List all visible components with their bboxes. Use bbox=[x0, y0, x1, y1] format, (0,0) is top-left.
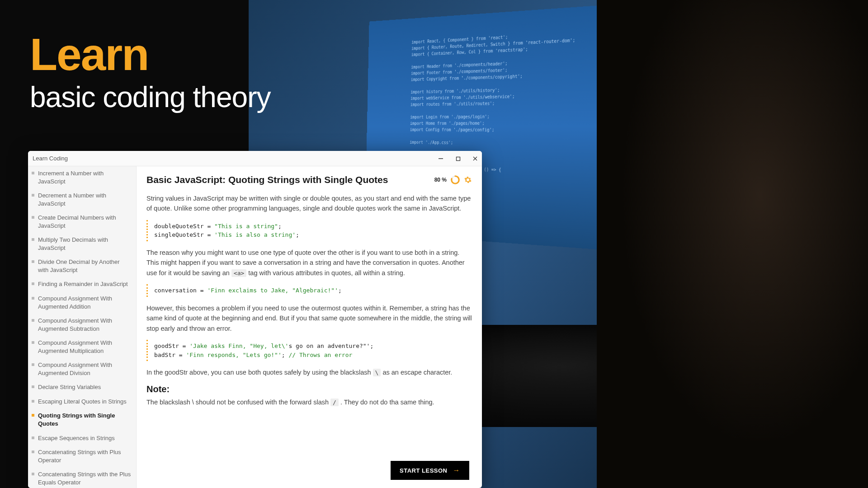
hero-subtitle: basic coding theory bbox=[30, 80, 270, 114]
sidebar-item-0[interactable]: Increment a Number with JavaScript bbox=[28, 166, 136, 188]
sidebar-item-label: Escape Sequences in Strings bbox=[38, 434, 115, 442]
progress-percent: 80 % bbox=[434, 177, 447, 183]
settings-icon[interactable] bbox=[464, 176, 472, 184]
sidebar-item-label: Multiply Two Decimals with JavaScript bbox=[38, 236, 132, 252]
sidebar-item-label: Concatenating Strings with the Plus Equa… bbox=[38, 470, 132, 486]
sidebar-item-label: Compound Assignment With Augmented Divis… bbox=[38, 361, 132, 377]
sidebar-item-5[interactable]: Finding a Remainder in JavaScript bbox=[28, 277, 136, 291]
sidebar-marker bbox=[32, 238, 34, 241]
sidebar-marker bbox=[32, 414, 34, 417]
lesson-para-1: String values in JavaScript may be writt… bbox=[146, 193, 472, 214]
sidebar-marker bbox=[32, 172, 34, 174]
lesson-title: Basic JavaScript: Quoting Strings with S… bbox=[146, 174, 388, 185]
sidebar-item-label: Escaping Literal Quotes in Strings bbox=[38, 398, 127, 406]
sidebar-marker bbox=[32, 473, 34, 475]
close-button[interactable] bbox=[471, 155, 479, 163]
sidebar-marker bbox=[32, 260, 34, 263]
sidebar-item-label: Compound Assignment With Augmented Subtr… bbox=[38, 317, 132, 333]
svg-rect-1 bbox=[456, 157, 460, 160]
lesson-content: Basic JavaScript: Quoting Strings with S… bbox=[137, 166, 482, 488]
sidebar-item-label: Create Decimal Numbers with JavaScript bbox=[38, 214, 132, 230]
sidebar-item-9[interactable]: Compound Assignment With Augmented Divis… bbox=[28, 358, 136, 380]
sidebar-item-label: Increment a Number with JavaScript bbox=[38, 169, 132, 185]
sidebar-item-15[interactable]: Concatenating Strings with the Plus Equa… bbox=[28, 467, 136, 488]
sidebar-item-label: Declare String Variables bbox=[38, 383, 101, 391]
sidebar-item-1[interactable]: Decrement a Number with JavaScript bbox=[28, 188, 136, 211]
sidebar-item-label: Compound Assignment With Augmented Multi… bbox=[38, 339, 132, 355]
code-block-1: doubleQuoteStr = "This is a string"; sin… bbox=[146, 220, 472, 241]
sidebar-marker bbox=[32, 385, 34, 388]
arrow-right-icon: → bbox=[453, 466, 461, 474]
sidebar-item-4[interactable]: Divide One Decimal by Another with JavaS… bbox=[28, 255, 136, 277]
code-block-2: conversation = 'Finn exclaims to Jake, "… bbox=[146, 284, 472, 297]
progress-area: 80 % bbox=[434, 175, 472, 185]
lesson-header: Basic JavaScript: Quoting Strings with S… bbox=[146, 174, 472, 185]
inline-code-fwdslash: / bbox=[330, 399, 339, 406]
inline-code-a-tag: <a> bbox=[231, 269, 246, 277]
sidebar-marker bbox=[32, 216, 34, 219]
sidebar-marker bbox=[32, 436, 34, 439]
app-window: Learn Coding Increment a Number with Jav… bbox=[28, 151, 482, 488]
sidebar-item-label: Concatenating Strings with Plus Operator bbox=[38, 448, 132, 464]
note-heading: Note: bbox=[146, 384, 472, 394]
start-button-label: START LESSON bbox=[400, 467, 447, 474]
code-block-3: goodStr = 'Jake asks Finn, "Hey, let\'s … bbox=[146, 340, 472, 361]
lesson-para-2: The reason why you might want to use one… bbox=[146, 248, 472, 278]
sidebar-item-10[interactable]: Declare String Variables bbox=[28, 380, 136, 394]
sidebar-marker bbox=[32, 194, 34, 197]
sidebar-item-label: Divide One Decimal by Another with JavaS… bbox=[38, 258, 132, 274]
maximize-button[interactable] bbox=[454, 155, 462, 163]
sidebar-item-label: Finding a Remainder in JavaScript bbox=[38, 280, 128, 288]
sidebar-item-label: Compound Assignment With Augmented Addit… bbox=[38, 295, 132, 310]
sidebar-item-13[interactable]: Escape Sequences in Strings bbox=[28, 431, 136, 446]
sidebar-marker bbox=[32, 400, 34, 403]
sidebar-item-2[interactable]: Create Decimal Numbers with JavaScript bbox=[28, 211, 136, 233]
lesson-para-4: In the goodStr above, you can use both q… bbox=[146, 367, 472, 377]
sidebar-marker bbox=[32, 319, 34, 322]
sidebar-item-label: Decrement a Number with JavaScript bbox=[38, 192, 132, 207]
sidebar-item-11[interactable]: Escaping Literal Quotes in Strings bbox=[28, 394, 136, 409]
lesson-sidebar[interactable]: Increment a Number with JavaScriptDecrem… bbox=[28, 166, 137, 488]
sidebar-item-12[interactable]: Quoting Strings with Single Quotes bbox=[28, 408, 136, 431]
sidebar-marker bbox=[32, 297, 34, 300]
sidebar-item-6[interactable]: Compound Assignment With Augmented Addit… bbox=[28, 291, 136, 314]
app-body: Increment a Number with JavaScriptDecrem… bbox=[28, 166, 482, 488]
sidebar-item-8[interactable]: Compound Assignment With Augmented Multi… bbox=[28, 336, 136, 358]
sidebar-marker bbox=[32, 363, 34, 366]
start-lesson-button[interactable]: START LESSON → bbox=[391, 461, 469, 480]
window-controls bbox=[437, 151, 479, 166]
hero-learn: Learn bbox=[30, 32, 270, 77]
titlebar[interactable]: Learn Coding bbox=[28, 151, 482, 166]
sidebar-item-label: Quoting Strings with Single Quotes bbox=[38, 412, 132, 427]
sidebar-item-14[interactable]: Concatenating Strings with Plus Operator bbox=[28, 445, 136, 467]
inline-code-backslash: \ bbox=[373, 369, 381, 376]
lesson-para-5: The blackslash \ should not be confused … bbox=[146, 397, 472, 407]
sidebar-marker bbox=[32, 450, 34, 453]
hero-text: Learn basic coding theory bbox=[30, 32, 270, 114]
sidebar-item-7[interactable]: Compound Assignment With Augmented Subtr… bbox=[28, 314, 136, 336]
lesson-para-3: However, this becomes a problem if you n… bbox=[146, 303, 472, 333]
sidebar-item-3[interactable]: Multiply Two Decimals with JavaScript bbox=[28, 233, 136, 255]
person-silhouette bbox=[597, 0, 868, 488]
minimize-button[interactable] bbox=[437, 155, 445, 163]
progress-ring-icon bbox=[450, 175, 460, 185]
window-title: Learn Coding bbox=[33, 155, 68, 162]
sidebar-marker bbox=[32, 282, 34, 285]
sidebar-marker bbox=[32, 341, 34, 344]
